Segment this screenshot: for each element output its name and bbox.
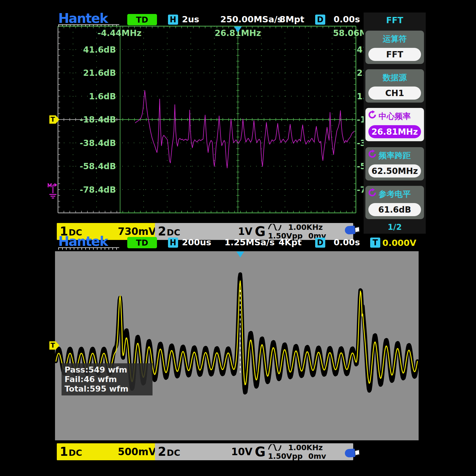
menu-item-operator-label: 运算符 xyxy=(365,34,424,44)
db-label-left: -18.4dB xyxy=(58,115,116,125)
horizontal-position-marker[interactable] xyxy=(234,26,242,32)
db-label-left: 41.6dB xyxy=(58,45,116,55)
db-label-left: -78.4dB xyxy=(58,185,116,195)
fft-trace xyxy=(135,90,354,168)
total-count: Total:595 wfm xyxy=(65,384,150,394)
menu-item-frequency-span-value: 62.50MHz xyxy=(368,164,421,177)
menu-item-operator[interactable]: 运算符 FFT xyxy=(365,31,424,64)
db-label-left: 21.6dB xyxy=(58,68,116,78)
menu-item-operator-value: FFT xyxy=(368,48,421,61)
menu-item-reference-level[interactable]: 参考电平 61.6dB xyxy=(365,186,424,219)
fail-count: Fail:46 wfm xyxy=(65,375,150,384)
menu-title: FFT xyxy=(364,15,426,25)
pass-count: Pass:549 wfm xyxy=(65,365,150,375)
menu-item-center-frequency[interactable]: 中心频率 26.81MHz xyxy=(365,108,424,141)
menu-item-reference-level-label: 参考电平 xyxy=(365,189,424,199)
fft-start-frequency-label: -4.44MHz xyxy=(87,28,152,38)
menu-item-frequency-span[interactable]: 频率跨距 62.50MHz xyxy=(365,147,424,180)
menu-item-source-value: CH1 xyxy=(368,87,421,100)
menu-item-reference-level-value: 61.6dB xyxy=(368,203,421,216)
mask-test-statistics: Pass:549 wfm Fail:46 wfm Total:595 wfm xyxy=(62,363,153,395)
horizontal-position-marker-2[interactable] xyxy=(236,252,244,257)
menu-item-center-frequency-value: 26.81MHz xyxy=(368,125,421,138)
menu-page-indicator: 1/2 xyxy=(364,222,426,232)
oscilloscope-screenshots: Hantek TD H 2us 250.00MSa/s 8Mpt D 0.00s… xyxy=(0,0,476,476)
fft-stop-frequency-label: 58.06M xyxy=(333,28,367,38)
db-label-left: 1.6dB xyxy=(58,92,116,101)
menu-item-source-label: 数据源 xyxy=(365,72,424,83)
db-label-left: -38.4dB xyxy=(58,138,116,148)
menu-item-frequency-span-label: 频率跨距 xyxy=(365,150,424,161)
menu-item-source[interactable]: 数据源 CH1 xyxy=(365,69,424,103)
math-reference-marker[interactable] xyxy=(47,183,59,199)
menu-item-center-frequency-label: 中心频率 xyxy=(365,111,424,122)
db-label-left: -58.4dB xyxy=(58,161,116,171)
soft-menu-panel: FFT 运算符 FFT 数据源 CH1 中心频率 26.81MHz 频率跨距 6… xyxy=(364,12,426,234)
